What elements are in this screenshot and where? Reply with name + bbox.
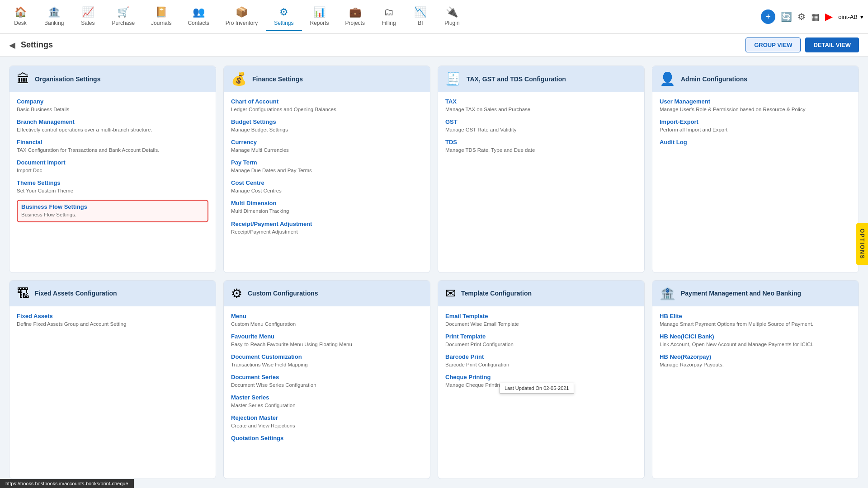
fixed-assets-title: Fixed Assets Configuration xyxy=(35,290,117,297)
add-button[interactable]: + xyxy=(761,9,775,24)
theme-settings-link[interactable]: Theme Settings xyxy=(17,179,208,186)
grid-icon[interactable]: ▦ xyxy=(811,11,820,22)
barcode-print-link[interactable]: Barcode Print xyxy=(445,353,637,360)
nav-label-bi: BI xyxy=(418,20,423,26)
desk-icon: 🏠 xyxy=(14,6,27,18)
document-customization-link[interactable]: Document Customization xyxy=(231,353,423,360)
user-menu[interactable]: oint-AB ▾ xyxy=(838,14,863,20)
sales-icon: 📈 xyxy=(82,6,94,18)
card-payment-body: HB Elite Manage Smart Payment Options fr… xyxy=(652,306,859,380)
nav-item-projects[interactable]: 💼 Projects xyxy=(337,3,373,31)
user-management-link[interactable]: User Management xyxy=(660,98,851,105)
nav-item-reports[interactable]: 📊 Reports xyxy=(302,3,337,31)
hb-neo-razorpay-link[interactable]: HB Neo(Razorpay) xyxy=(660,353,851,360)
tds-desc: Manage TDS Rate, Type and Due date xyxy=(445,146,637,154)
quotation-settings-link[interactable]: Quotation Settings xyxy=(231,435,423,441)
header-bar: ◀ Settings GROUP VIEW DETAIL VIEW xyxy=(0,34,868,56)
nav-item-contacts[interactable]: 👥 Contacts xyxy=(179,3,217,31)
finance-settings-icon: 💰 xyxy=(231,71,247,86)
pay-term-link[interactable]: Pay Term xyxy=(231,159,423,166)
tax-link[interactable]: TAX xyxy=(445,98,637,105)
financial-link[interactable]: Financial xyxy=(17,139,208,145)
hb-neo-icici-link[interactable]: HB Neo(ICICI Bank) xyxy=(660,333,851,340)
master-series-link[interactable]: Master Series xyxy=(231,394,423,401)
nav-label-purchase: Purchase xyxy=(112,20,135,26)
list-item: User Management Manage User's Role & Per… xyxy=(660,98,851,113)
barcode-print-desc: Barcode Print Configuration xyxy=(445,361,637,368)
fixed-assets-desc: Define Fixed Assets Group and Account Se… xyxy=(17,320,208,328)
group-view-button[interactable]: GROUP VIEW xyxy=(745,38,801,52)
document-series-link[interactable]: Document Series xyxy=(231,374,423,380)
nav-item-pro-inventory[interactable]: 📦 Pro Inventory xyxy=(217,3,266,31)
business-flow-settings-desc: Business Flow Settings. xyxy=(21,211,204,218)
rejection-master-desc: Create and View Rejections xyxy=(231,422,423,429)
list-item: Chart of Account Ledger Configurations a… xyxy=(231,98,423,113)
page-title: Settings xyxy=(21,40,53,50)
org-settings-icon: 🏛 xyxy=(17,71,29,86)
nav-label-projects: Projects xyxy=(345,20,365,26)
card-template-body: Email Template Document Wise Email Templ… xyxy=(438,306,644,400)
gear-icon[interactable]: ⚙ xyxy=(797,11,806,22)
budget-settings-link[interactable]: Budget Settings xyxy=(231,118,423,125)
business-flow-settings-link[interactable]: Business Flow Settings xyxy=(21,203,204,210)
list-item: GST Manage GST Rate and Validity xyxy=(445,118,637,133)
nav-item-purchase[interactable]: 🛒 Purchase xyxy=(104,3,143,31)
rejection-master-link[interactable]: Rejection Master xyxy=(231,414,423,421)
fixed-assets-link[interactable]: Fixed Assets xyxy=(17,313,208,319)
org-settings-title: Organisation Settings xyxy=(35,75,100,83)
cost-centre-link[interactable]: Cost Centre xyxy=(231,179,423,186)
detail-view-button[interactable]: DETAIL VIEW xyxy=(805,38,859,52)
nav-item-sales[interactable]: 📈 Sales xyxy=(72,3,104,31)
company-link[interactable]: Company xyxy=(17,98,208,105)
list-item: Quotation Settings xyxy=(231,435,423,441)
nav-item-bi[interactable]: 📉 BI xyxy=(405,3,436,31)
list-item: Master Series Master Series Configuratio… xyxy=(231,394,423,409)
list-item: Document Import Import Doc xyxy=(17,159,208,174)
nav-item-journals[interactable]: 📔 Journals xyxy=(143,3,179,31)
card-custom-header: ⚙ Custom Configurations xyxy=(224,281,430,306)
card-fixed-assets-body: Fixed Assets Define Fixed Assets Group a… xyxy=(9,306,216,339)
back-button[interactable]: ◀ xyxy=(9,40,15,50)
cheque-printing-link[interactable]: Cheque Printing xyxy=(445,374,637,380)
multi-dimension-link[interactable]: Multi Dimension xyxy=(231,200,423,206)
currency-link[interactable]: Currency xyxy=(231,139,423,145)
document-import-link[interactable]: Document Import xyxy=(17,159,208,166)
multi-dimension-desc: Multi Dimension Tracking xyxy=(231,207,423,215)
list-item: Print Template Document Print Configurat… xyxy=(445,333,637,348)
cost-centre-desc: Manage Cost Centres xyxy=(231,187,423,194)
nav-label-filling: Filling xyxy=(382,20,396,26)
nav-item-plugin[interactable]: 🔌 Plugin xyxy=(436,3,468,31)
sync-icon[interactable]: 🔄 xyxy=(781,11,792,22)
nav-item-banking[interactable]: 🏦 Banking xyxy=(36,3,72,31)
favourite-menu-desc: Easy-to-Reach Favourite Menu Using Float… xyxy=(231,341,423,348)
projects-icon: 💼 xyxy=(349,6,361,18)
chart-of-account-link[interactable]: Chart of Account xyxy=(231,98,423,105)
import-export-link[interactable]: Import-Export xyxy=(660,118,851,125)
list-item: Import-Export Perform all Import and Exp… xyxy=(660,118,851,133)
menu-link[interactable]: Menu xyxy=(231,313,423,319)
gst-link[interactable]: GST xyxy=(445,118,637,125)
favourite-menu-link[interactable]: Favourite Menu xyxy=(231,333,423,340)
print-template-link[interactable]: Print Template xyxy=(445,333,637,340)
list-item: TAX Manage TAX on Sales and Purchase xyxy=(445,98,637,113)
nav-label-banking: Banking xyxy=(44,20,64,26)
branch-management-desc: Effectively control operations over a mu… xyxy=(17,126,208,133)
document-import-desc: Import Doc xyxy=(17,167,208,174)
branch-management-link[interactable]: Branch Management xyxy=(17,118,208,125)
audit-log-link[interactable]: Audit Log xyxy=(660,139,851,145)
list-item: Favourite Menu Easy-to-Reach Favourite M… xyxy=(231,333,423,348)
email-template-link[interactable]: Email Template xyxy=(445,313,637,319)
contacts-icon: 👥 xyxy=(193,6,205,18)
tds-link[interactable]: TDS xyxy=(445,139,637,145)
nav-item-settings[interactable]: ⚙ Settings xyxy=(266,3,302,31)
nav-item-filling[interactable]: 🗂 Filling xyxy=(373,3,405,31)
admin-icon: 👤 xyxy=(660,71,675,86)
receipt-payment-adjustment-link[interactable]: Receipt/Payment Adjustment xyxy=(231,221,423,227)
options-tab[interactable]: OPTIONS xyxy=(856,223,868,265)
list-item: HB Elite Manage Smart Payment Options fr… xyxy=(660,313,851,328)
list-item: Branch Management Effectively control op… xyxy=(17,118,208,133)
user-management-desc: Manage User's Role & Permission based on… xyxy=(660,106,851,113)
youtube-icon[interactable]: ▶ xyxy=(825,11,833,23)
hb-elite-link[interactable]: HB Elite xyxy=(660,313,851,319)
nav-item-desk[interactable]: 🏠 Desk xyxy=(5,3,36,31)
